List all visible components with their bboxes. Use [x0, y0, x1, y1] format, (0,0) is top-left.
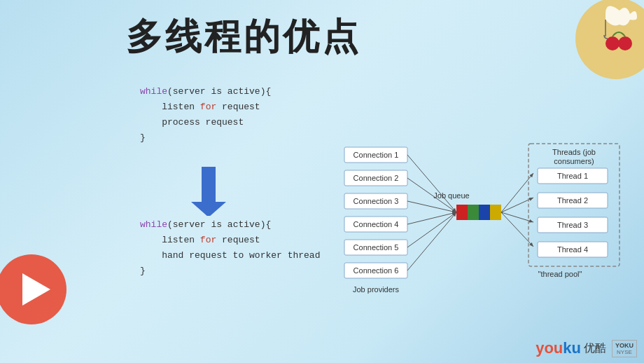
youku-logo-text: youku — [536, 339, 581, 357]
svg-point-2 — [606, 36, 620, 50]
play-button[interactable] — [0, 251, 70, 328]
svg-text:Connection 3: Connection 3 — [354, 197, 399, 205]
svg-rect-30 — [468, 205, 479, 220]
svg-text:Thread 4: Thread 4 — [557, 245, 588, 254]
page-title: 多线程的优点 — [126, 13, 361, 62]
code-block-top: while(server is active){ listen for requ… — [140, 84, 271, 146]
svg-rect-32 — [490, 205, 501, 220]
svg-line-26 — [407, 212, 456, 270]
svg-rect-7 — [202, 167, 216, 203]
svg-point-3 — [618, 36, 632, 50]
svg-line-23 — [407, 201, 456, 212]
svg-text:Thread 1: Thread 1 — [557, 172, 588, 180]
svg-line-21 — [407, 155, 456, 212]
svg-text:Job queue: Job queue — [433, 191, 469, 200]
svg-text:Thread 2: Thread 2 — [557, 196, 588, 205]
svg-text:Connection 1: Connection 1 — [354, 151, 399, 159]
svg-text:Threads (job: Threads (job — [552, 148, 596, 156]
svg-text:Connection 4: Connection 4 — [354, 220, 399, 228]
youku-cn-text: 优酷 — [584, 341, 606, 356]
svg-text:"thread pool": "thread pool" — [538, 270, 582, 278]
code-block-bottom: while(server is active){ listen for requ… — [140, 217, 320, 279]
svg-text:Connection 2: Connection 2 — [354, 174, 399, 182]
svg-text:Connection 5: Connection 5 — [354, 243, 399, 252]
svg-line-25 — [407, 212, 456, 247]
decoration-top-right — [560, 0, 644, 84]
svg-text:Thread 3: Thread 3 — [557, 221, 588, 229]
svg-text:consumers): consumers) — [554, 157, 594, 165]
svg-line-24 — [407, 212, 456, 224]
svg-marker-8 — [191, 202, 226, 216]
nyse-badge: YOKU NYSE — [612, 340, 637, 357]
svg-rect-31 — [479, 205, 490, 220]
svg-text:Job providers: Job providers — [353, 285, 400, 294]
logo-area: youku 优酷 YOKU NYSE — [536, 339, 637, 357]
arrow-down — [188, 167, 230, 219]
diagram-area: Connection 1 Connection 2 Connection 3 C… — [343, 137, 623, 319]
svg-text:Connection 6: Connection 6 — [354, 266, 399, 275]
svg-rect-29 — [456, 205, 468, 220]
